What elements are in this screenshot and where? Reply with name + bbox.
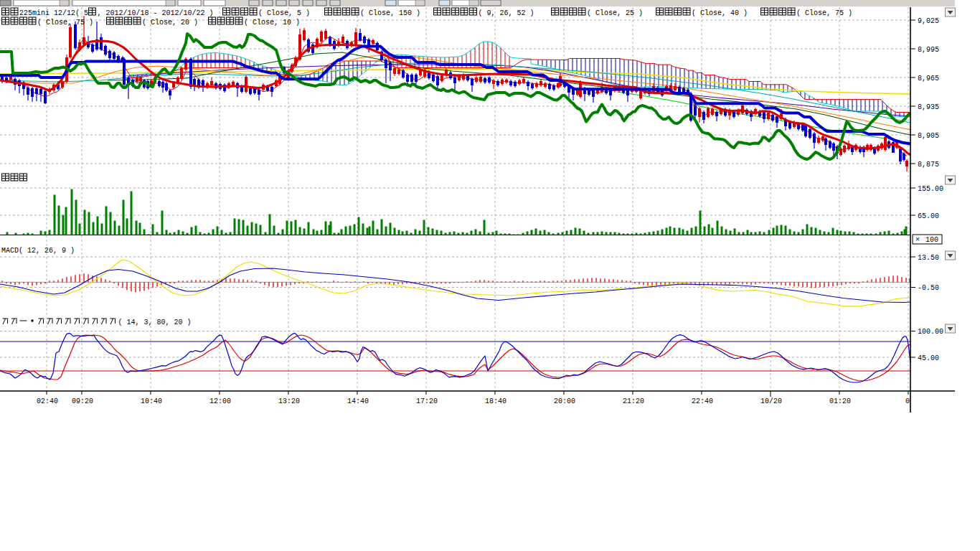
svg-text:( Close, 40 ): ( Close, 40 ): [692, 9, 748, 17]
svg-text:09:20: 09:20: [72, 397, 93, 405]
svg-text:20:00: 20:00: [554, 397, 575, 405]
svg-text:MACD( 12, 26, 9 ): MACD( 12, 26, 9 ): [1, 246, 75, 255]
svg-text:( Close, 75 ): ( Close, 75 ): [796, 9, 852, 17]
svg-text:01:20: 01:20: [829, 397, 851, 405]
svg-text:9,025: 9,025: [918, 17, 939, 25]
svg-text:02:40: 02:40: [37, 397, 58, 405]
svg-text:12:00: 12:00: [209, 397, 231, 405]
svg-text:-0.50: -0.50: [918, 283, 939, 292]
svg-text:8,965: 8,965: [918, 74, 939, 83]
svg-text:18:40: 18:40: [485, 397, 507, 405]
svg-text:10:40: 10:40: [141, 397, 162, 405]
svg-text:17:20: 17:20: [416, 397, 438, 405]
svg-text:225mini 12/12( 5: 225mini 12/12( 5: [19, 9, 88, 17]
svg-text:45.00: 45.00: [918, 354, 939, 362]
svg-text:( Close, 10 ): ( Close, 10 ): [244, 18, 300, 27]
svg-text:155.00: 155.00: [918, 184, 943, 193]
svg-text:( 14, 3, 80, 20 ): ( 14, 3, 80, 20 ): [118, 318, 192, 326]
svg-text:( Close, 5 ): ( Close, 5 ): [258, 9, 310, 17]
svg-text:8,905: 8,905: [918, 131, 939, 140]
svg-text:8,995: 8,995: [918, 45, 939, 54]
svg-text:( 9, 26, 52 ): ( 9, 26, 52 ): [479, 9, 534, 17]
svg-text:100.00: 100.00: [918, 327, 943, 336]
svg-text:, 2012/10/18 - 2012/10/22 ): , 2012/10/18 - 2012/10/22 ): [98, 9, 214, 17]
svg-text:0: 0: [905, 397, 910, 405]
svg-text:13.50: 13.50: [918, 253, 939, 262]
svg-text:( Close, 25 ): ( Close, 25 ): [587, 9, 643, 17]
svg-text:( Close, 150 ): ( Close, 150 ): [360, 9, 420, 17]
svg-text:8,875: 8,875: [918, 160, 939, 169]
svg-text:13:20: 13:20: [278, 397, 300, 405]
svg-text:8,935: 8,935: [918, 103, 939, 111]
svg-text:10/20: 10/20: [760, 397, 782, 405]
svg-text:100: 100: [925, 235, 938, 244]
svg-text:22:40: 22:40: [692, 397, 713, 405]
svg-text:14:40: 14:40: [347, 397, 369, 405]
svg-text:×: ×: [915, 235, 920, 244]
svg-text:65.00: 65.00: [918, 212, 939, 220]
svg-text:( Close, 20 ): ( Close, 20 ): [142, 18, 198, 27]
svg-text:21:20: 21:20: [623, 397, 644, 405]
svg-text:( Close, 75 ): ( Close, 75 ): [37, 18, 93, 27]
